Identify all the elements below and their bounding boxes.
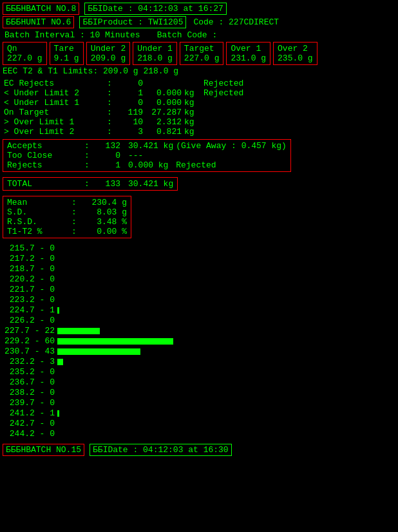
stat-label: > Over Limit 2 <box>3 127 106 137</box>
stats-table: EC Rejects : 0 Rejected < Under Limit 2 … <box>3 79 395 137</box>
metric-colon: : <box>70 227 83 236</box>
stat-kgunit: kg <box>183 88 202 98</box>
histogram-row: 221.7 - 0 <box>3 285 395 294</box>
unit-no-label: БББНUNIT NO.6 <box>3 16 74 28</box>
metric-value: 3.48 % <box>83 217 128 227</box>
accepts-colon: : <box>83 141 96 151</box>
stat-colon: : <box>106 108 118 117</box>
hist-range-label: 241.2 - 1 <box>3 408 57 418</box>
stat-kgunit: kg <box>183 98 202 108</box>
total-label: TOTAL <box>6 179 83 189</box>
histogram-row: 235.2 - 0 <box>3 367 395 377</box>
footer-batch-label: БББНBATCH NO.15 <box>3 444 84 456</box>
hist-range-label: 226.2 - 0 <box>3 316 57 325</box>
over2-value: 235.0 g <box>278 53 313 63</box>
batch-interval: Batch Interval : 10 Minutes <box>3 30 142 41</box>
hist-range-label: 242.7 - 0 <box>3 419 57 428</box>
tare-label: Tare <box>54 44 79 53</box>
under2-value: 209.0 g <box>91 53 126 63</box>
accepts-colon: : <box>83 151 96 160</box>
hist-bar <box>57 328 100 334</box>
accepts-kg: 0.000 kg <box>122 160 175 170</box>
stat-kgunit <box>183 79 202 88</box>
total-section: TOTAL : 133 30.421 kg <box>3 177 178 191</box>
stat-kgunit: kg <box>183 127 202 137</box>
stat-status <box>202 117 395 127</box>
eec-row: EEC T2 & T1 Limits: 209.0 g 218.0 g <box>3 66 395 76</box>
hist-bar <box>57 338 173 345</box>
stats-row: < Under Limit 2 : 1 0.000 kg Rejected <box>3 88 395 98</box>
stat-colon: : <box>106 79 118 88</box>
header-row-1: БББНBATCH NO.8 ББІDate : 04:12:03 at 16:… <box>3 3 395 15</box>
histogram-row: 220.2 - 0 <box>3 274 395 284</box>
eec-text: EEC T2 & T1 Limits: 209.0 g 218.0 g <box>3 66 178 76</box>
accepts-rejects-table: Accepts : 132 30.421 kg (Give Away : 0.4… <box>6 141 288 170</box>
stat-value: 119 <box>118 108 144 117</box>
accepts-colon: : <box>83 160 96 170</box>
tare-value: 9.1 g <box>54 53 79 63</box>
stat-status: Rejected <box>202 88 395 98</box>
stat-value: 0 <box>118 98 144 108</box>
hist-range-label: 223.2 - 0 <box>3 295 57 305</box>
histogram-row: 215.7 - 0 <box>3 243 395 253</box>
histogram-row: 238.2 - 0 <box>3 388 395 397</box>
batch-no-label: БББНBATCH NO.8 <box>3 3 79 15</box>
stat-kg: 2.312 <box>144 117 183 127</box>
code-label: Code : 227CDIRECT <box>191 17 281 28</box>
hist-range-label: 227.7 - 22 <box>3 326 57 336</box>
stat-colon: : <box>106 127 118 137</box>
hist-range-label: 229.2 - 60 <box>3 336 57 346</box>
hist-range-label: 217.2 - 0 <box>3 254 57 263</box>
stat-value: 1 <box>118 88 144 98</box>
stat-label: < Under Limit 1 <box>3 98 106 108</box>
stat-status: Rejected <box>202 79 395 88</box>
accepts-extra <box>175 151 288 160</box>
batch-code: Batch Code : <box>155 30 220 41</box>
under2-field: Under 2 209.0 g <box>86 42 131 65</box>
metrics-section: Mean : 230.4 g S.D. : 8.03 g R.S.D. : 3.… <box>3 196 131 238</box>
hist-range-label: 230.7 - 43 <box>3 347 57 356</box>
total-value: 133 <box>96 179 122 189</box>
hist-bar <box>57 307 59 314</box>
hist-range-label: 221.7 - 0 <box>3 285 57 294</box>
metric-row: S.D. : 8.03 g <box>6 207 128 217</box>
hist-range-label: 218.7 - 0 <box>3 264 57 274</box>
tare-field: Tare 9.1 g <box>50 42 84 65</box>
batch-interval-row: Batch Interval : 10 Minutes Batch Code : <box>3 30 395 41</box>
accepts-row: Accepts : 132 30.421 kg (Give Away : 0.4… <box>6 141 288 151</box>
target-value: 227.0 g <box>184 53 220 63</box>
stat-status <box>202 98 395 108</box>
histogram-row: 232.2 - 3 <box>3 357 395 366</box>
under1-value: 218.0 g <box>137 53 173 63</box>
histogram-row: 239.7 - 0 <box>3 398 395 408</box>
qn-field: Qn 227.0 g <box>3 42 47 65</box>
metric-row: Mean : 230.4 g <box>6 198 128 207</box>
under1-label: Under 1 <box>137 44 173 53</box>
over1-value: 231.0 g <box>231 53 266 63</box>
total-colon: : <box>83 179 96 189</box>
hist-range-label: 238.2 - 0 <box>3 388 57 397</box>
total-table: TOTAL : 133 30.421 kg <box>6 179 175 189</box>
accepts-kg: --- <box>122 151 175 160</box>
metric-value: 230.4 g <box>83 198 128 207</box>
hist-range-label: 239.7 - 0 <box>3 398 57 408</box>
metric-colon: : <box>70 207 83 217</box>
accepts-value: 1 <box>96 160 122 170</box>
metrics-table: Mean : 230.4 g S.D. : 8.03 g R.S.D. : 3.… <box>6 198 128 236</box>
histogram-row: 226.2 - 0 <box>3 316 395 325</box>
target-label: Target <box>184 44 220 53</box>
under2-label: Under 2 <box>91 44 126 53</box>
metric-value: 8.03 g <box>83 207 128 217</box>
accepts-rejects-section: Accepts : 132 30.421 kg (Give Away : 0.4… <box>3 139 291 172</box>
accepts-value: 132 <box>96 141 122 151</box>
stats-row: > Over Limit 2 : 3 0.821 kg <box>3 127 395 137</box>
histogram-row: 244.2 - 0 <box>3 429 395 439</box>
stats-row: > Over Limit 1 : 10 2.312 kg <box>3 117 395 127</box>
hist-range-label: 235.2 - 0 <box>3 367 57 377</box>
date-label: ББІDate : 04:12:03 at 16:27 <box>84 3 227 15</box>
footer-date-label: ББІDate : 04:12:03 at 16:30 <box>90 444 232 456</box>
qn-label: Qn <box>7 44 43 53</box>
stat-kg: 0.000 <box>144 98 183 108</box>
histogram-row: 229.2 - 60 <box>3 336 395 346</box>
stat-value: 10 <box>118 117 144 127</box>
